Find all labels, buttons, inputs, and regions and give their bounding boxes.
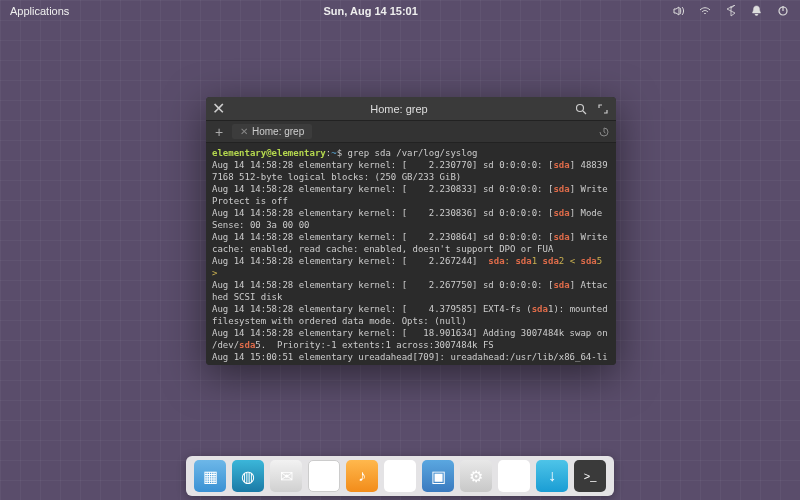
notifications-icon[interactable]	[750, 4, 764, 18]
dock-app-files[interactable]: ▦	[194, 460, 226, 492]
search-icon[interactable]	[574, 102, 588, 116]
volume-icon[interactable]	[672, 4, 686, 18]
bluetooth-icon[interactable]	[724, 4, 738, 18]
clock[interactable]: Sun, Aug 14 15:01	[323, 5, 417, 17]
tab-bar: + ✕ Home: grep	[206, 121, 616, 143]
dock-app-photos[interactable]: ▣	[422, 460, 454, 492]
svg-line-3	[583, 111, 586, 114]
dock-app-calendar[interactable]: 14	[308, 460, 340, 492]
terminal-window: ✕ Home: grep + ✕ Home: grep elementary@e…	[206, 97, 616, 365]
dock-app-terminal[interactable]: >_	[574, 460, 606, 492]
top-panel: Applications Sun, Aug 14 15:01	[0, 0, 800, 22]
power-icon[interactable]	[776, 4, 790, 18]
applications-menu[interactable]: Applications	[10, 5, 69, 17]
dock-app-web[interactable]: ◍	[232, 460, 264, 492]
dock-app-bug[interactable]: ☣	[498, 460, 530, 492]
maximize-icon[interactable]	[596, 102, 610, 116]
network-icon[interactable]	[698, 4, 712, 18]
close-icon[interactable]: ✕	[212, 103, 224, 115]
tab-label: Home: grep	[252, 126, 304, 137]
terminal-tab[interactable]: ✕ Home: grep	[232, 124, 312, 139]
dock-app-music[interactable]: ♪	[346, 460, 378, 492]
terminal-output[interactable]: elementary@elementary:~$ grep sda /var/l…	[206, 143, 616, 365]
window-title: Home: grep	[232, 103, 566, 115]
tab-close-icon[interactable]: ✕	[240, 126, 248, 137]
dock-app-mail[interactable]: ✉	[270, 460, 302, 492]
dock: ▦◍✉14♪▶▣⚙☣↓>_	[186, 456, 614, 496]
titlebar[interactable]: ✕ Home: grep	[206, 97, 616, 121]
svg-point-2	[577, 104, 584, 111]
dock-app-appcenter[interactable]: ↓	[536, 460, 568, 492]
new-tab-button[interactable]: +	[210, 123, 228, 141]
history-icon[interactable]	[596, 124, 612, 140]
dock-app-settings[interactable]: ⚙	[460, 460, 492, 492]
dock-app-videos[interactable]: ▶	[384, 460, 416, 492]
